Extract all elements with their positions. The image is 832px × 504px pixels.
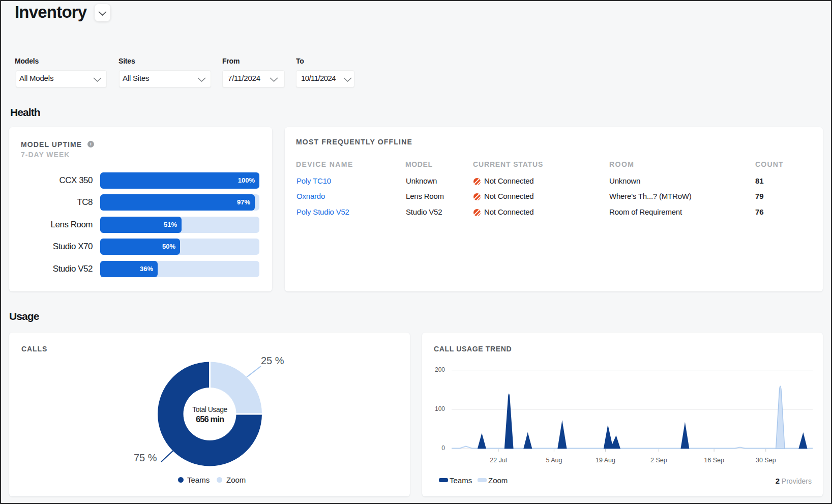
svg-text:16 Sep: 16 Sep — [704, 457, 724, 464]
svg-text:19 Aug: 19 Aug — [596, 457, 615, 464]
svg-text:2 Sep: 2 Sep — [650, 457, 667, 464]
svg-text:30 Sep: 30 Sep — [756, 457, 776, 464]
svg-text:0: 0 — [441, 444, 445, 452]
svg-text:100: 100 — [435, 405, 445, 412]
svg-text:200: 200 — [435, 366, 445, 373]
svg-text:5 Aug: 5 Aug — [546, 457, 562, 464]
svg-text:22 Jul: 22 Jul — [490, 457, 507, 464]
